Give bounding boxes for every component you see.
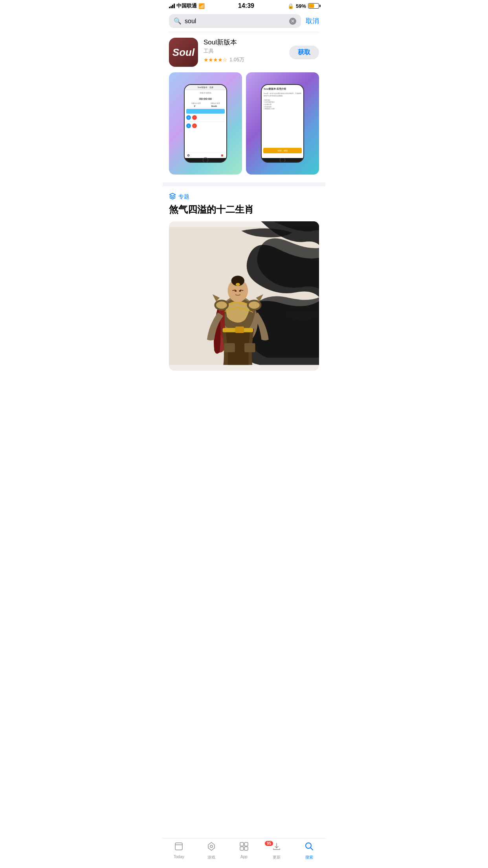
screenshots-area: Soul新版本 连接 加载本地图标 00:00:00 加载运行进度加载运行速度 … (163, 72, 325, 182)
phone-screen-2: Soul新版本-应用介绍 Soul是一款专为运动爱好者设计的应用程序，它能够帮助… (262, 85, 303, 158)
svg-point-8 (239, 290, 241, 292)
search-input-wrap[interactable]: 🔍 soul ✕ (169, 14, 301, 28)
phone-mockup-2: Soul新版本-应用介绍 Soul是一款专为运动爱好者设计的应用程序，它能够帮助… (261, 84, 304, 163)
featured-tag-icon (169, 193, 176, 201)
phone-bottom-1 (185, 158, 226, 162)
search-icon: 🔍 (174, 17, 182, 25)
phone-title-2: Soul新版本-应用介绍 (264, 87, 301, 91)
svg-point-21 (236, 283, 240, 286)
svg-point-11 (216, 302, 227, 309)
app-icon: Soul (169, 38, 198, 67)
search-input[interactable]: soul (185, 18, 286, 25)
section-divider (163, 182, 325, 186)
featured-title: 煞气四溢的十二生肖 (169, 203, 319, 216)
wifi-icon: 📶 (198, 3, 205, 9)
phone-mockup-1: Soul新版本 连接 加载本地图标 00:00:00 加载运行进度加载运行速度 … (184, 84, 227, 163)
phone-timer: 00:00:00 (185, 96, 226, 102)
app-name: Soul新版本 (204, 38, 284, 47)
phone-screen-2-content: Soul新版本-应用介绍 Soul是一款专为运动爱好者设计的应用程序，它能够帮助… (262, 85, 303, 114)
phone-row-2: + − (185, 123, 226, 129)
battery-icon (308, 3, 319, 9)
app-rating: ★★★★☆ 1.05万 (204, 56, 284, 63)
phone-btn-1 (186, 109, 225, 114)
featured-image[interactable] (169, 221, 319, 371)
featured-tag-label: 专题 (178, 193, 189, 200)
app-category: 工具 (204, 48, 284, 55)
battery-percent: 59% (296, 3, 306, 9)
phone-screen-1: Soul新版本 连接 加载本地图标 00:00:00 加载运行进度加载运行速度 … (185, 85, 226, 158)
phone-footer-2: 好的，继续 (263, 148, 302, 153)
signal-icon (169, 4, 175, 8)
search-bar: 🔍 soul ✕ 取消 (163, 11, 325, 32)
status-time: 14:39 (238, 2, 254, 9)
get-button[interactable]: 获取 (289, 46, 319, 59)
status-left: 中国联通 📶 (169, 2, 205, 9)
app-info: Soul新版本 工具 ★★★★☆ 1.05万 (204, 38, 284, 63)
cancel-button[interactable]: 取消 (306, 17, 319, 26)
featured-section: 专题 煞气四溢的十二生肖 (163, 186, 325, 371)
svg-rect-20 (244, 343, 255, 352)
phone-bottom-2 (262, 158, 303, 162)
phone-row-1: + − (185, 114, 226, 121)
app-icon-text: Soul (172, 46, 194, 59)
screenshot-2[interactable]: Soul新版本-应用介绍 Soul是一款专为运动爱好者设计的应用程序，它能够帮助… (246, 72, 319, 175)
svg-point-7 (235, 290, 237, 292)
lock-icon: 🔒 (288, 3, 294, 9)
svg-rect-19 (224, 343, 235, 352)
svg-point-12 (249, 302, 260, 309)
app-result-row[interactable]: Soul Soul新版本 工具 ★★★★☆ 1.05万 获取 (163, 32, 325, 72)
phone-home-btn-2 (280, 157, 285, 163)
phone-body-2: Soul是一款专为运动爱好者设计的应用程序，它能够帮助用户记录和追踪运动数据。 … (264, 92, 301, 110)
clear-button[interactable]: ✕ (289, 18, 296, 25)
svg-rect-18 (235, 327, 244, 333)
phone-header-1: Soul新版本 连接 (185, 85, 226, 90)
status-bar: 中国联通 📶 14:39 🔒 59% (163, 0, 325, 11)
status-right: 🔒 59% (288, 3, 319, 9)
screenshot-1[interactable]: Soul新版本 连接 加载本地图标 00:00:00 加载运行进度加载运行速度 … (169, 72, 242, 175)
phone-home-btn-1 (203, 157, 208, 163)
stars-icon: ★★★★☆ (204, 57, 227, 63)
featured-svg (169, 221, 319, 371)
featured-tag: 专题 (169, 193, 319, 201)
rating-count: 1.05万 (229, 56, 244, 63)
carrier-label: 中国联通 (176, 2, 197, 9)
